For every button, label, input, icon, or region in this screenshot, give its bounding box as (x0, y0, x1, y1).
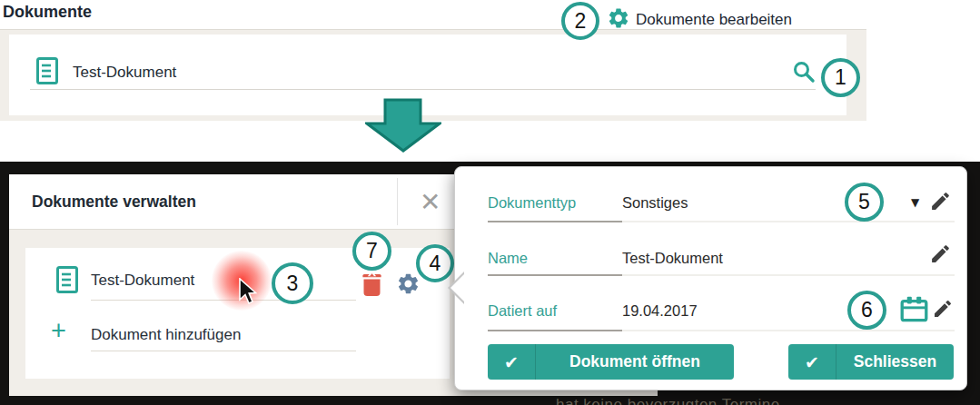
row-underline (30, 89, 816, 90)
edit-documents-button[interactable]: Dokumente bearbeiten (636, 11, 792, 29)
pencil-icon[interactable] (929, 242, 952, 265)
annotation-number: 7 (366, 239, 378, 263)
annotation-number: 4 (430, 252, 441, 276)
annotation-badge-3: 3 (272, 262, 313, 304)
plus-icon: + (51, 316, 66, 346)
gear-icon[interactable] (607, 6, 630, 30)
calendar-icon[interactable] (900, 295, 928, 323)
document-row-dialog[interactable]: Test-Dokument (91, 272, 194, 290)
annotation-number: 1 (835, 65, 846, 90)
annotation-number: 3 (287, 272, 299, 296)
gear-icon[interactable] (396, 272, 421, 296)
field-value-name: Test-Dokument (622, 250, 723, 267)
check-icon: ✔ (488, 344, 536, 380)
annotation-badge-1: 1 (821, 58, 860, 97)
field-value-dokumenttyp: Sonstiges (622, 194, 688, 212)
dimmed-background-text: hat keine bevorzugten Termine (556, 396, 780, 405)
field-underline (488, 330, 622, 331)
popup-pointer (450, 273, 465, 302)
annotation-badge-5: 5 (845, 183, 884, 222)
field-label-dokumenttyp: Dokumenttyp (488, 194, 576, 212)
open-document-button[interactable]: ✔ Dokument öffnen (488, 344, 734, 380)
annotation-number: 6 (861, 298, 873, 322)
field-underline (622, 330, 955, 331)
row-underline (91, 351, 356, 351)
field-underline (488, 274, 622, 276)
field-value-datiert-auf: 19.04.2017 (622, 302, 698, 320)
down-arrow-icon (365, 98, 441, 153)
document-row-top[interactable]: Test-Dokument (73, 64, 176, 82)
pencil-icon[interactable] (929, 190, 952, 212)
close-button[interactable]: ✔ Schliessen (788, 344, 954, 380)
documents-panel-title: Dokumente (3, 3, 92, 22)
field-label-name: Name (488, 250, 528, 267)
field-underline (622, 274, 955, 276)
annotation-number: 5 (858, 190, 870, 214)
pencil-icon[interactable] (932, 298, 954, 320)
annotation-badge-2: 2 (561, 2, 599, 40)
close-button-label: Schliessen (836, 344, 954, 380)
field-underline (622, 221, 955, 222)
add-document-button[interactable]: Dokument hinzufügen (91, 326, 241, 344)
dialog-header-divider (397, 178, 398, 225)
screenshot-root: Dokumente 2 Dokumente bearbeiten Test-Do… (0, 0, 980, 405)
chevron-down-icon[interactable]: ▼ (911, 196, 919, 209)
check-icon: ✔ (788, 344, 836, 380)
close-icon[interactable]: ✕ (420, 187, 441, 217)
annotation-number: 2 (575, 9, 587, 34)
search-icon[interactable] (792, 60, 816, 84)
mouse-cursor-icon (238, 278, 260, 307)
document-icon (36, 57, 58, 84)
annotation-badge-6: 6 (847, 291, 886, 330)
field-underline (488, 221, 622, 222)
trash-icon[interactable] (360, 270, 384, 297)
dialog-title: Dokumente verwalten (32, 193, 196, 212)
document-icon (56, 266, 78, 293)
open-document-button-label: Dokument öffnen (536, 344, 734, 380)
field-label-datiert-auf: Datiert auf (488, 302, 557, 320)
annotation-badge-7: 7 (352, 232, 391, 271)
